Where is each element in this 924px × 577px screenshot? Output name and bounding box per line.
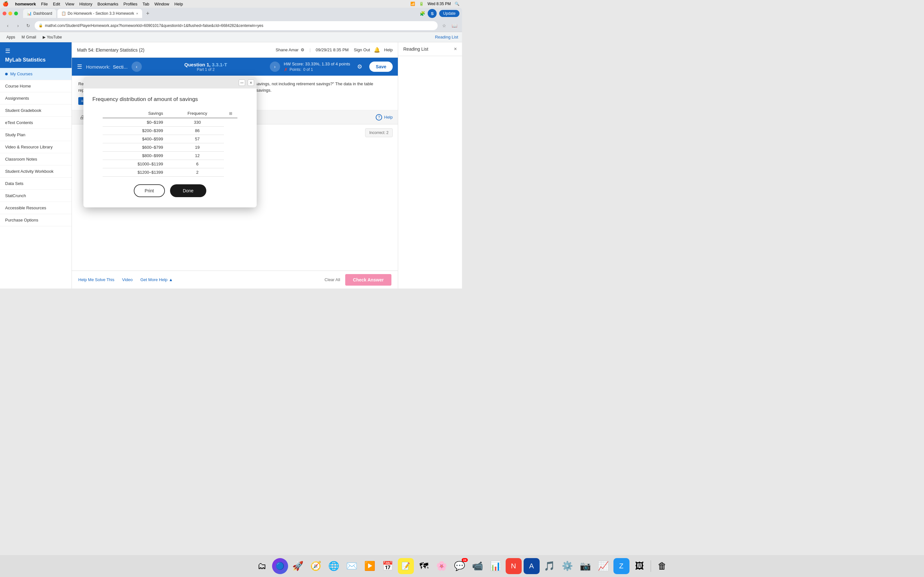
frequency-table: Savings Frequency ⊞ $0–$199330$200–$3998…	[103, 109, 237, 177]
modal-close-btn[interactable]: ×	[248, 79, 254, 86]
savings-cell: $1000–$1199	[103, 160, 171, 168]
modal-done-btn[interactable]: Done	[170, 184, 206, 197]
savings-header: Savings	[103, 109, 171, 118]
table-row: $1200–$13992	[103, 168, 237, 177]
frequency-cell: 86	[171, 127, 224, 135]
table-row: $400–$59957	[103, 135, 237, 143]
modal-actions: Print Done	[92, 184, 248, 200]
savings-cell: $200–$399	[103, 127, 171, 135]
modal-body: Frequency distribution of amount of savi…	[83, 89, 257, 207]
frequency-cell: 12	[171, 152, 224, 160]
frequency-cell: 6	[171, 160, 224, 168]
modal-titlebar: ─ ×	[83, 77, 257, 89]
table-row: $0–$199330	[103, 118, 237, 127]
table-row: $600–$79919	[103, 143, 237, 152]
table-row: $200–$39986	[103, 127, 237, 135]
savings-cell: $0–$199	[103, 118, 171, 127]
frequency-cell: 19	[171, 143, 224, 152]
modal-overlay: ─ × Frequency distribution of amount of …	[0, 0, 462, 288]
frequency-cell: 330	[171, 118, 224, 127]
frequency-cell: 2	[171, 168, 224, 177]
savings-cell: $400–$599	[103, 135, 171, 143]
table-row: $800–$99912	[103, 152, 237, 160]
savings-cell: $1200–$1399	[103, 168, 171, 177]
frequency-distribution-modal: ─ × Frequency distribution of amount of …	[83, 77, 257, 207]
savings-cell: $800–$999	[103, 152, 171, 160]
copy-icon[interactable]: ⊞	[229, 111, 232, 116]
copy-header: ⊞	[224, 109, 237, 118]
modal-minimize-btn[interactable]: ─	[239, 79, 245, 86]
savings-cell: $600–$799	[103, 143, 171, 152]
modal-title: Frequency distribution of amount of savi…	[92, 96, 248, 103]
frequency-header: Frequency	[171, 109, 224, 118]
table-row: $1000–$11996	[103, 160, 237, 168]
modal-print-btn[interactable]: Print	[134, 184, 165, 197]
frequency-cell: 57	[171, 135, 224, 143]
